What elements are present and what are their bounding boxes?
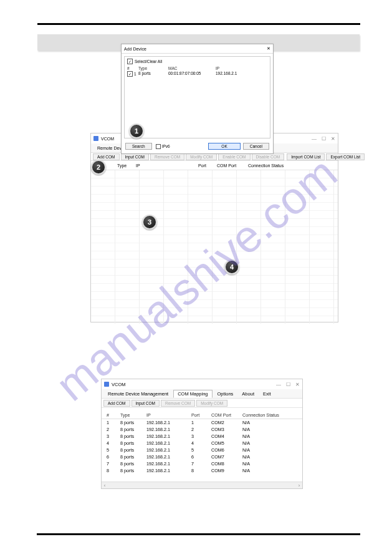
row-num: 1	[134, 72, 136, 76]
menu-exit[interactable]: Exit	[259, 390, 275, 397]
cancel-button[interactable]: Cancel	[243, 143, 269, 150]
dialog-close-icon[interactable]: ✕	[267, 46, 270, 51]
menu-options[interactable]: Options	[214, 390, 237, 397]
cell-type: 8 ports	[120, 447, 146, 453]
table-header-2: # Type IP Port COM Port Connection Statu…	[102, 412, 302, 419]
row-checkbox[interactable]: ✓	[127, 71, 133, 77]
cell-ip: 192.168.2.1	[146, 433, 191, 439]
search-button[interactable]: Search	[125, 143, 152, 150]
vcom-window-1: VCOM — ☐ ✕ Remote Device Management COM …	[90, 133, 338, 322]
cell-ip: 192.168.2.1	[146, 454, 191, 460]
ok-button[interactable]: OK	[208, 143, 240, 150]
cell-port: 1	[191, 420, 211, 425]
remove-com-button[interactable]: Remove COM	[150, 153, 184, 160]
cell-ip: 192.168.2.1	[146, 427, 191, 432]
table-row[interactable]: 38 ports192.168.2.13COM4N/A	[102, 433, 302, 440]
cell-comport: COM5	[211, 440, 242, 446]
cell-num: 4	[107, 440, 120, 446]
add-device-dialog: Add Device ✕ ✓ Select/Clear All # Type M…	[121, 44, 274, 154]
minimize-icon[interactable]: —	[276, 382, 281, 387]
cell-type: 8 ports	[120, 440, 146, 446]
remove-com-button[interactable]: Remove COM	[161, 400, 195, 407]
row-type: 8 ports	[138, 71, 168, 77]
cell-num: 6	[107, 454, 120, 460]
app-icon-2	[104, 382, 109, 387]
cell-ip: 192.168.2.1	[146, 440, 191, 446]
col-num: #	[107, 412, 120, 418]
cell-port: 4	[191, 440, 211, 446]
cell-connstatus: N/A	[242, 454, 297, 460]
close-icon[interactable]: ✕	[295, 382, 300, 387]
cell-comport: COM6	[211, 447, 242, 453]
table-row[interactable]: 18 ports192.168.2.11COM2N/A	[102, 419, 302, 426]
table-row[interactable]: 58 ports192.168.2.15COM6N/A	[102, 447, 302, 453]
menubar-2: Remote Device Management COM Mapping Opt…	[102, 389, 302, 399]
close-icon[interactable]: ✕	[331, 136, 335, 142]
cell-type: 8 ports	[120, 468, 146, 473]
cell-port: 8	[191, 468, 211, 473]
modify-com-button[interactable]: Modify COM	[186, 153, 217, 160]
table-row[interactable]: 28 ports192.168.2.12COM3N/A	[102, 426, 302, 433]
table-row[interactable]: 68 ports192.168.2.16COM7N/A	[102, 453, 302, 460]
dialog-table-row[interactable]: ✓1 8 ports 00:01:87:07:00:05 192.168.2.1	[125, 70, 270, 77]
titlebar-2: VCOM — ☐ ✕	[102, 379, 302, 389]
cell-comport: COM4	[211, 433, 242, 439]
row-mac: 00:01:87:07:00:05	[168, 71, 216, 77]
add-com-button[interactable]: Add COM	[103, 400, 130, 407]
step-badge-2: 2	[91, 160, 106, 175]
menu-remote-device[interactable]: Remote Device Management	[104, 390, 172, 397]
cell-ip: 192.168.2.1	[146, 468, 191, 473]
cell-type: 8 ports	[120, 427, 146, 432]
dcol-type: Type	[138, 66, 168, 70]
cell-connstatus: N/A	[242, 427, 297, 432]
import-com-list-button[interactable]: Import COM List	[287, 153, 325, 160]
cell-connstatus: N/A	[242, 447, 297, 453]
cell-ip: 192.168.2.1	[146, 420, 191, 425]
cell-type: 8 ports	[120, 461, 146, 467]
enable-com-button[interactable]: Enable COM	[218, 153, 250, 160]
modify-com-button[interactable]: Modify COM	[196, 400, 227, 407]
scroll-right-icon[interactable]: ›	[296, 482, 302, 488]
maximize-icon[interactable]: ☐	[286, 382, 290, 387]
cell-type: 8 ports	[120, 433, 146, 439]
col-port: Port	[198, 163, 217, 168]
cell-num: 2	[107, 427, 120, 432]
select-clear-all-checkbox[interactable]: ✓	[127, 59, 133, 64]
window-title-2: VCOM	[112, 382, 126, 387]
dcol-num: #	[127, 66, 138, 70]
export-com-list-button[interactable]: Export COM List	[326, 153, 365, 160]
step-badge-3: 3	[142, 215, 157, 230]
menu-about[interactable]: About	[238, 390, 258, 397]
input-com-button[interactable]: Input COM	[131, 400, 160, 407]
horizontal-scrollbar[interactable]: ‹ ›	[102, 482, 302, 488]
minimize-icon[interactable]: —	[312, 136, 317, 142]
cell-connstatus: N/A	[242, 433, 297, 439]
cell-connstatus: N/A	[242, 468, 297, 473]
maximize-icon[interactable]: ☐	[322, 136, 326, 142]
cell-comport: COM3	[211, 427, 242, 432]
window-title: VCOM	[101, 137, 114, 141]
menu-com-mapping[interactable]: COM Mapping	[173, 390, 212, 398]
table-rows-2: 18 ports192.168.2.11COM2N/A28 ports192.1…	[102, 419, 302, 474]
ipv6-checkbox[interactable]	[156, 144, 161, 149]
cell-ip: 192.168.2.1	[146, 447, 191, 453]
row-ip: 192.168.2.1	[216, 71, 253, 77]
add-com-button[interactable]: Add COM	[93, 153, 120, 160]
col-comport: COM Port	[217, 163, 248, 168]
cell-port: 2	[191, 427, 211, 432]
cell-num: 8	[107, 468, 120, 473]
cell-port: 6	[191, 454, 211, 460]
cell-ip: 192.168.2.1	[146, 461, 191, 467]
scroll-left-icon[interactable]: ‹	[102, 482, 108, 488]
input-com-button[interactable]: Input COM	[121, 153, 149, 160]
table-row[interactable]: 78 ports192.168.2.17COM8N/A	[102, 460, 302, 467]
table-row[interactable]: 48 ports192.168.2.14COM5N/A	[102, 440, 302, 447]
ipv6-label: IPv6	[162, 144, 170, 148]
col-port: Port	[191, 412, 211, 418]
table-row[interactable]: 88 ports192.168.2.18COM9N/A	[102, 467, 302, 474]
app-icon	[93, 136, 98, 141]
cell-type: 8 ports	[120, 454, 146, 460]
cell-port: 3	[191, 433, 211, 439]
disable-com-button[interactable]: Disable COM	[252, 153, 285, 160]
col-ip: IP	[146, 412, 191, 418]
